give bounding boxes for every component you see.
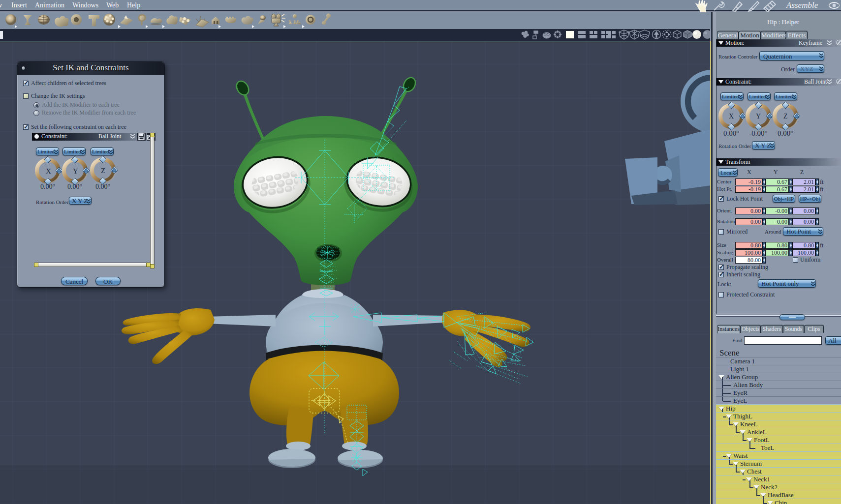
svg-text:Y: Y	[756, 113, 761, 120]
svg-text:X: X	[729, 113, 734, 120]
svg-text:Z: Z	[101, 167, 105, 175]
svg-text:Y: Y	[73, 167, 78, 175]
svg-text:0.00°: 0.00°	[778, 129, 793, 137]
svg-text:0.00°: 0.00°	[67, 183, 82, 190]
svg-text:Z: Z	[783, 113, 788, 120]
svg-text:-0.00°: -0.00°	[749, 129, 767, 137]
svg-text:0.00°: 0.00°	[723, 129, 739, 137]
svg-text:X: X	[46, 167, 51, 175]
svg-text:0.00°: 0.00°	[40, 183, 55, 190]
svg-text:0.00°: 0.00°	[95, 183, 110, 190]
